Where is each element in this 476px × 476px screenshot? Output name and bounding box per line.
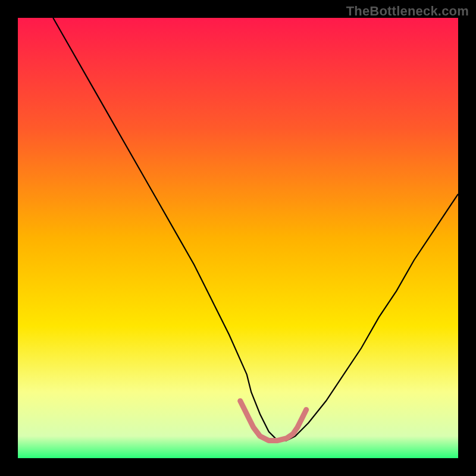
bottleneck-chart [18, 18, 458, 458]
plot-area [18, 18, 458, 458]
gradient-background [18, 18, 458, 458]
watermark-text: TheBottleneck.com [346, 4, 469, 19]
chart-frame: TheBottleneck.com [0, 0, 476, 476]
